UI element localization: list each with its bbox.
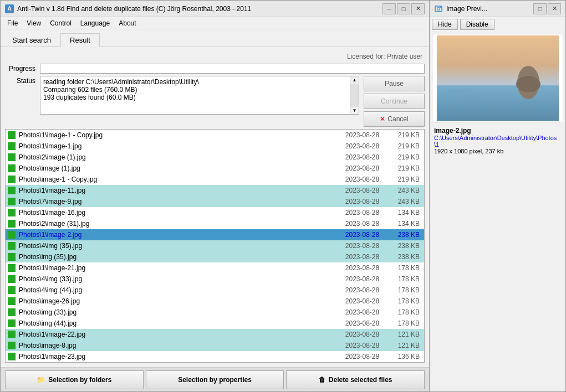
scroll-down-arrow[interactable]: ▼ xyxy=(351,107,358,114)
hide-button[interactable]: Hide xyxy=(432,19,458,30)
properties-label: Selection by properties xyxy=(178,376,252,384)
file-checkbox[interactable] xyxy=(8,231,16,239)
file-checkbox[interactable] xyxy=(8,142,16,150)
preview-title-text: Image Previ... xyxy=(446,5,487,13)
list-item[interactable]: Photos\image-26.jpg2023-08-28178 KB xyxy=(6,296,424,307)
list-item[interactable]: Photos\1\image-22.jpg2023-08-28121 KB xyxy=(6,329,424,340)
preview-maximize-button[interactable]: □ xyxy=(533,3,547,14)
selection-by-folders-button[interactable]: 📁 Selection by folders xyxy=(5,370,144,389)
list-item[interactable]: Photos\1\image-21.jpg2023-08-28178 KB xyxy=(6,262,424,274)
continue-button[interactable]: Continue xyxy=(364,94,425,109)
file-size: 136 KB xyxy=(386,353,422,360)
file-checkbox[interactable] xyxy=(8,264,16,272)
file-size: 238 KB xyxy=(386,242,422,250)
list-item[interactable]: Photos\image-1 - Copy.jpg2023-08-28219 K… xyxy=(6,174,424,185)
folders-label: Selection by folders xyxy=(48,376,111,384)
file-checkbox[interactable] xyxy=(8,164,16,172)
file-checkbox[interactable] xyxy=(8,153,16,161)
file-date: 2023-08-28 xyxy=(339,342,386,349)
file-checkbox[interactable] xyxy=(8,275,16,283)
delete-selected-button[interactable]: 🗑 Delete selected files xyxy=(286,370,425,389)
file-checkbox[interactable] xyxy=(8,286,16,294)
file-checkbox[interactable] xyxy=(8,220,16,228)
menu-about[interactable]: About xyxy=(114,18,140,28)
file-name: Photos\image-26.jpg xyxy=(19,297,339,305)
list-item[interactable]: Photos\1\image-1 - Copy.jpg2023-08-28219… xyxy=(6,130,424,141)
cancel-button[interactable]: ✕ Cancel xyxy=(364,111,425,127)
file-name: Photos\1\image-23.jpg xyxy=(19,353,339,360)
preview-close-button[interactable]: ✕ xyxy=(548,3,561,14)
file-checkbox[interactable] xyxy=(8,342,16,349)
list-item[interactable]: Photos\1\image-1.jpg2023-08-28219 KB xyxy=(6,141,424,152)
file-name: Photos\1\image-1.jpg xyxy=(19,142,339,150)
disable-button[interactable]: Disable xyxy=(460,19,494,30)
file-checkbox[interactable] xyxy=(8,308,16,316)
file-checkbox[interactable] xyxy=(8,353,16,360)
list-item[interactable]: Photos\image-8.jpg2023-08-28121 KB xyxy=(6,340,424,351)
list-item[interactable]: Photos\1\image-23.jpg2023-08-28136 KB xyxy=(6,351,424,362)
file-date: 2023-08-28 xyxy=(339,286,386,294)
file-size: 243 KB xyxy=(386,187,422,194)
list-item[interactable]: Photos\img (35).jpg2023-08-28238 KB xyxy=(6,251,424,262)
list-item[interactable]: Photos\img (44).jpg2023-08-28178 KB xyxy=(6,318,424,329)
tab-result[interactable]: Result xyxy=(60,33,100,47)
list-item[interactable]: Photos\1\image-11.jpg2023-08-28243 KB xyxy=(6,185,424,196)
file-name: Photos\2\image (31).jpg xyxy=(19,220,339,228)
menu-control[interactable]: Control xyxy=(45,18,76,28)
file-date: 2023-08-28 xyxy=(339,264,386,272)
controls-column: Pause Continue ✕ Cancel xyxy=(364,76,425,127)
file-size: 219 KB xyxy=(386,153,422,161)
file-size: 178 KB xyxy=(386,308,422,316)
file-checkbox[interactable] xyxy=(8,319,16,327)
file-list[interactable]: Photos\1\image-1 - Copy.jpg2023-08-28219… xyxy=(6,130,424,362)
list-item[interactable]: Photos\2\image (1).jpg2023-08-28219 KB xyxy=(6,152,424,163)
status-textbox[interactable] xyxy=(40,76,350,114)
list-item[interactable]: Photos\2\image (31).jpg2023-08-28134 KB xyxy=(6,218,424,229)
file-size: 238 KB xyxy=(386,253,422,261)
list-item[interactable]: Photos\4\img (35).jpg2023-08-28238 KB xyxy=(6,240,424,251)
scroll-up-arrow[interactable]: ▲ xyxy=(351,76,358,84)
maximize-button[interactable]: □ xyxy=(397,3,410,14)
file-checkbox[interactable] xyxy=(8,297,16,305)
file-checkbox[interactable] xyxy=(8,209,16,216)
preview-btn-bar: Hide Disable xyxy=(430,17,565,32)
file-checkbox[interactable] xyxy=(8,331,16,338)
list-item[interactable]: Photos\4\img (33).jpg2023-08-28178 KB xyxy=(6,274,424,285)
status-label: Status xyxy=(5,76,35,85)
list-item[interactable]: Photos\4\img (44).jpg2023-08-28178 KB xyxy=(6,285,424,296)
list-item[interactable]: Photos\1\image-2.jpg2023-08-28238 KB xyxy=(6,229,424,240)
file-checkbox[interactable] xyxy=(8,176,16,183)
file-checkbox[interactable] xyxy=(8,131,16,139)
main-window: A Anti-Twin v 1.8d Find and delete dupli… xyxy=(0,0,430,392)
minimize-button[interactable]: ─ xyxy=(383,3,396,14)
file-checkbox[interactable] xyxy=(8,253,16,261)
menu-language[interactable]: Language xyxy=(76,18,114,28)
file-date: 2023-08-28 xyxy=(339,176,386,183)
preview-filename: image-2.jpg xyxy=(434,127,561,135)
menu-view[interactable]: View xyxy=(22,18,45,28)
file-size: 243 KB xyxy=(386,198,422,205)
menu-file[interactable]: File xyxy=(3,18,22,28)
preview-title-left: Image Previ... xyxy=(434,4,487,13)
pause-button[interactable]: Pause xyxy=(364,76,425,91)
file-date: 2023-08-28 xyxy=(339,308,386,316)
progress-bar-container xyxy=(40,64,425,74)
close-button[interactable]: ✕ xyxy=(411,3,425,14)
file-date: 2023-08-28 xyxy=(339,253,386,261)
file-name: Photos\1\image-21.jpg xyxy=(19,264,339,272)
svg-point-7 xyxy=(516,76,540,92)
file-date: 2023-08-28 xyxy=(339,164,386,172)
list-item[interactable]: Photos\1\image-16.jpg2023-08-28134 KB xyxy=(6,207,424,218)
list-item[interactable]: Photos\7\image-9.jpg2023-08-28243 KB xyxy=(6,196,424,207)
list-item[interactable]: Photos\image (1).jpg2023-08-28219 KB xyxy=(6,163,424,174)
file-date: 2023-08-28 xyxy=(339,331,386,338)
file-checkbox[interactable] xyxy=(8,242,16,250)
tab-start-search[interactable]: Start search xyxy=(3,33,60,47)
file-size: 219 KB xyxy=(386,131,422,139)
file-checkbox[interactable] xyxy=(8,187,16,194)
selection-by-properties-button[interactable]: Selection by properties xyxy=(146,370,284,389)
file-date: 2023-08-28 xyxy=(339,220,386,228)
file-size: 219 KB xyxy=(386,164,422,172)
list-item[interactable]: Photos\img (33).jpg2023-08-28178 KB xyxy=(6,307,424,318)
file-checkbox[interactable] xyxy=(8,198,16,205)
